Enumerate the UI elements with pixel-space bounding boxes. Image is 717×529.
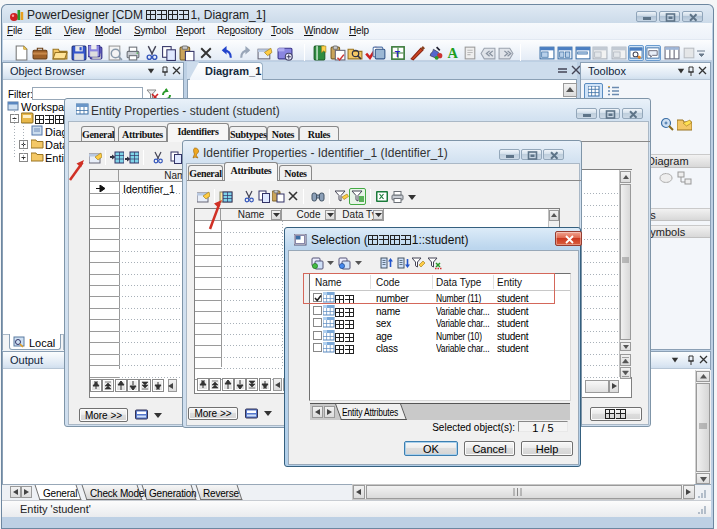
svg-text:A: A [448,45,459,61]
svg-text:T: T [395,49,401,59]
